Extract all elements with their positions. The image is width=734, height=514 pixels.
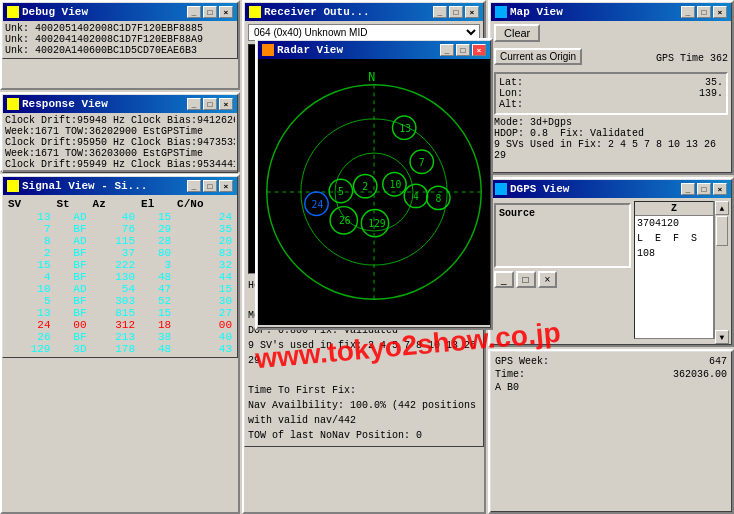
hdop-label: HDOP: xyxy=(494,128,524,139)
response-view-titlebar: Response View _ □ × xyxy=(3,95,237,113)
receiver-detail-7: Nav Availbility: 100.0% (442 positions w… xyxy=(248,398,480,428)
radar-minimize-btn[interactable]: _ xyxy=(440,44,454,56)
dgps-col-e: E xyxy=(655,233,661,244)
signal-cell-az: 76 xyxy=(90,223,138,235)
dgps-btn2[interactable]: □ xyxy=(516,271,536,288)
response-maximize-btn[interactable]: □ xyxy=(203,98,217,110)
response-close-btn[interactable]: × xyxy=(219,98,233,110)
dgps-col-f: F xyxy=(673,233,679,244)
dgps-z-label: Z xyxy=(635,202,713,216)
signal-cell-cno: 27 xyxy=(174,307,235,319)
signal-view-window: Signal View - Si... _ □ × SV St Az El C/… xyxy=(0,174,240,514)
map-minimize-btn[interactable]: _ xyxy=(681,6,695,18)
svg-text:2: 2 xyxy=(362,181,368,192)
signal-cell-el: 80 xyxy=(138,247,174,259)
receiver-view-icon xyxy=(249,6,261,18)
debug-maximize-btn[interactable]: □ xyxy=(203,6,217,18)
signal-cell-az: 178 xyxy=(90,343,138,355)
dgps-scroll-down[interactable]: ▼ xyxy=(715,330,729,344)
receiver-maximize-btn[interactable]: □ xyxy=(449,6,463,18)
signal-cell-sv: 13 xyxy=(5,307,53,319)
dgps-left-panel: Source _ □ × xyxy=(494,201,631,339)
mode-value: 3d+Dgps xyxy=(530,117,572,128)
dgps-maximize-btn[interactable]: □ xyxy=(697,183,711,195)
signal-table-row: 8AD1152820 xyxy=(5,235,235,247)
extra-panel-window: GPS Week: 647 Time: 362036.00 A B0 xyxy=(488,349,734,514)
dgps-btn3[interactable]: × xyxy=(538,271,558,288)
dgps-value2: 108 xyxy=(635,246,713,261)
gps-week-value: 647 xyxy=(709,356,727,367)
svg-text:129: 129 xyxy=(368,218,386,229)
svg-text:4: 4 xyxy=(413,191,419,202)
svg-text:7: 7 xyxy=(419,157,425,168)
debug-minimize-btn[interactable]: _ xyxy=(187,6,201,18)
signal-cell-st: 3D xyxy=(53,343,89,355)
signal-cell-sv: 26 xyxy=(5,331,53,343)
dgps-close-btn[interactable]: × xyxy=(713,183,727,195)
map-close-btn[interactable]: × xyxy=(713,6,727,18)
map-view-titlebar: Map View _ □ × xyxy=(491,3,731,21)
debug-view-icon xyxy=(7,6,19,18)
signal-minimize-btn[interactable]: _ xyxy=(187,180,201,192)
signal-table-row: 26BF2133840 xyxy=(5,331,235,343)
time-value: 362036.00 xyxy=(673,369,727,380)
response-minimize-btn[interactable]: _ xyxy=(187,98,201,110)
debug-close-btn[interactable]: × xyxy=(219,6,233,18)
signal-cell-st: BF xyxy=(53,271,89,283)
lat-value: 35. xyxy=(705,77,723,88)
map-clear-btn[interactable]: Clear xyxy=(494,24,540,42)
hdop-value: 0.8 xyxy=(530,128,548,139)
map-info-box: Lat: 35. Lon: 139. Alt: xyxy=(494,72,728,115)
svg-text:5: 5 xyxy=(338,186,344,197)
signal-cell-cno: 40 xyxy=(174,331,235,343)
signal-table-row: 7BF762935 xyxy=(5,223,235,235)
signal-table-row: 10AD544715 xyxy=(5,283,235,295)
gps-week-row: GPS Week: 647 xyxy=(495,356,727,367)
response-view-window: Response View _ □ × Clock Drift:95948 Hz… xyxy=(0,92,240,172)
signal-cell-sv: 13 xyxy=(5,211,53,223)
dgps-col-s: S xyxy=(691,233,697,244)
signal-table-row: 24003121800 xyxy=(5,319,235,331)
gps-week-label: GPS Week: xyxy=(495,356,549,367)
map-view-title: Map View xyxy=(510,6,563,18)
signal-maximize-btn[interactable]: □ xyxy=(203,180,217,192)
dgps-scroll-up[interactable]: ▲ xyxy=(715,201,729,215)
receiver-minimize-btn[interactable]: _ xyxy=(433,6,447,18)
response-view-icon xyxy=(7,98,19,110)
svg-text:8: 8 xyxy=(435,193,441,204)
alt-label: Alt: xyxy=(499,99,523,110)
signal-cell-cno: 20 xyxy=(174,235,235,247)
col-st: St xyxy=(53,197,89,211)
radar-view-titlebar: Radar View _ □ × xyxy=(258,41,490,59)
dgps-btn1[interactable]: _ xyxy=(494,271,514,288)
signal-cell-st: AD xyxy=(53,235,89,247)
lon-label: Lon: xyxy=(499,88,523,99)
lat-label: Lat: xyxy=(499,77,523,88)
signal-cell-st: BF xyxy=(53,259,89,271)
response-view-content: Clock Drift:95948 Hz Clock Bias:9412626 … xyxy=(3,113,237,172)
map-origin-btn[interactable]: Current as Origin xyxy=(494,48,582,65)
dgps-source-label: Source xyxy=(499,208,626,219)
dgps-scroll-thumb[interactable] xyxy=(716,216,728,246)
radar-close-btn[interactable]: × xyxy=(472,44,486,56)
dgps-minimize-btn[interactable]: _ xyxy=(681,183,695,195)
response-line-5: Clock Drift:95949 Hz Clock Bias:9534441 xyxy=(5,159,235,170)
map-view-window: Map View _ □ × Clear Current as Origin G… xyxy=(488,0,734,175)
dgps-view-title: DGPS View xyxy=(510,183,569,195)
receiver-close-btn[interactable]: × xyxy=(465,6,479,18)
radar-view-title: Radar View xyxy=(277,44,343,56)
svg-text:10: 10 xyxy=(390,179,402,190)
receiver-view-title: Receiver Outu... xyxy=(264,6,370,18)
debug-view-window: Debug View _ □ × Unk: 4002051402008C1D7F… xyxy=(0,0,240,90)
signal-close-btn[interactable]: × xyxy=(219,180,233,192)
debug-view-titlebar: Debug View _ □ × xyxy=(3,3,237,21)
map-view-icon xyxy=(495,6,507,18)
debug-view-content: Unk: 4002051402008C1D7F120EBF8885 Unk: 4… xyxy=(3,21,237,58)
signal-cell-st: BF xyxy=(53,247,89,259)
signal-cell-cno: 30 xyxy=(174,295,235,307)
radar-view-window: Radar View _ □ × N xyxy=(255,38,493,330)
map-maximize-btn[interactable]: □ xyxy=(697,6,711,18)
dgps-view-titlebar: DGPS View _ □ × xyxy=(491,180,731,198)
response-line-3: Clock Drift:95950 Hz Clock Bias:9473533 xyxy=(5,137,235,148)
radar-maximize-btn[interactable]: □ xyxy=(456,44,470,56)
